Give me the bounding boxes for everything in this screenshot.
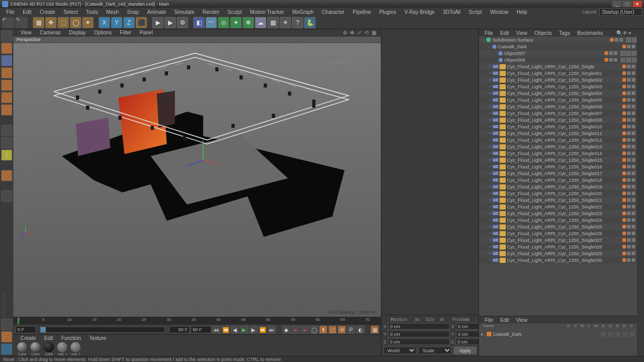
key-mode-button[interactable]: ◆ (282, 326, 290, 334)
z-axis-lock[interactable]: Z (123, 17, 135, 28)
visibility-dot[interactable] (627, 258, 631, 262)
menu-create[interactable]: Create (35, 8, 59, 16)
coord-apply-button[interactable]: Apply (454, 347, 477, 354)
tree-expand-icon[interactable]: + (487, 251, 492, 256)
visibility-dot[interactable] (627, 151, 631, 155)
next-key-button[interactable]: ⏩ (259, 326, 267, 334)
make-editable-button[interactable] (1, 30, 12, 42)
material-item[interactable]: Catw (16, 342, 28, 356)
tree-expand-icon[interactable]: + (487, 178, 492, 182)
timeline-ruler[interactable]: 051015202530354045505560657075808590 (13, 317, 381, 325)
attr-layer-row[interactable]: ▸ Catwalk_Dark (481, 331, 635, 337)
tree-row[interactable]: -Subdivision Surface (479, 36, 637, 43)
render-dot[interactable] (632, 71, 635, 75)
tree-row[interactable]: +L0Cyc_Flood_Light_ARRI_Cyc_1250_Single0… (479, 177, 637, 183)
y-axis-lock[interactable]: Y (111, 17, 122, 28)
tree-row[interactable]: +L0Cyc_Flood_Light_ARRI_Cyc_1250_Single0… (479, 243, 637, 250)
tree-row[interactable]: +L0Cyc_Flood_Light_ARRI_Cyc_1250_Single0… (479, 110, 637, 117)
obj-menu-view[interactable]: View (512, 30, 531, 36)
prev-key-button[interactable]: ⏪ (222, 326, 230, 334)
structure-button[interactable] (1, 331, 12, 342)
vp-menu-display[interactable]: Display (65, 29, 90, 36)
rotate-tool[interactable]: ◯ (70, 17, 81, 28)
tag-icon[interactable] (632, 51, 637, 56)
window-minimize-button[interactable]: _ (612, 1, 621, 7)
point-mode-button[interactable] (1, 80, 12, 91)
render-dot[interactable] (614, 51, 617, 55)
render-dot[interactable] (632, 252, 635, 255)
redo-button[interactable]: ↷ (15, 17, 28, 28)
render-dot[interactable] (632, 205, 635, 208)
visibility-dot[interactable] (627, 192, 631, 195)
attr-flag[interactable] (615, 332, 620, 337)
tag-icon[interactable] (620, 58, 625, 63)
end-vis-frame-field[interactable] (169, 326, 190, 333)
viewport-solo-button[interactable] (1, 137, 12, 148)
snap-button[interactable]: S (1, 149, 12, 161)
layer-dot[interactable] (622, 205, 626, 208)
scale-key-button[interactable]: ⬚ (328, 326, 337, 334)
light-button[interactable]: ☀ (280, 17, 291, 28)
obj-filter-icon[interactable]: ▾ (629, 30, 635, 36)
script-button[interactable]: 🐍 (304, 17, 316, 28)
menu-window[interactable]: Window (486, 8, 513, 16)
layer-dot[interactable] (622, 172, 626, 175)
spline-button[interactable]: 〰 (206, 17, 217, 28)
visibility-dot[interactable] (627, 118, 631, 122)
render-pv-button[interactable]: ▶ (164, 17, 176, 28)
tree-expand-icon[interactable]: + (487, 84, 492, 89)
render-dot[interactable] (632, 232, 635, 235)
obj-menu-tags[interactable]: Tags (556, 30, 574, 36)
tree-row[interactable]: +L0Cyc_Flood_Light_ARRI_Cyc_1250_Single0… (479, 230, 637, 237)
visibility-dot[interactable] (627, 245, 631, 249)
vp-toggle-icon[interactable]: ▦ (372, 30, 378, 36)
layout-selector[interactable]: Startup (User) (599, 8, 642, 16)
visibility-dot[interactable] (609, 51, 613, 55)
obj-menu-edit[interactable]: Edit (496, 30, 512, 36)
autokey-button[interactable]: ● (301, 326, 309, 334)
visibility-dot[interactable] (627, 45, 631, 48)
visibility-dot[interactable] (627, 205, 631, 208)
pos-key-button[interactable]: ⬆ (319, 326, 327, 334)
render-dot[interactable] (632, 218, 635, 222)
tree-expand-icon[interactable]: + (487, 144, 492, 149)
tag-icon[interactable] (632, 37, 637, 43)
layer-color-swatch[interactable] (487, 332, 491, 336)
render-dot[interactable] (614, 58, 617, 62)
visibility-dot[interactable] (627, 198, 631, 202)
coord-mode1-select[interactable]: World (383, 347, 416, 354)
visibility-dot[interactable] (627, 225, 631, 228)
axis-button[interactable] (1, 125, 12, 136)
tree-expand-icon[interactable]: + (487, 138, 492, 142)
layer-dot[interactable] (622, 78, 626, 82)
lasttool-button[interactable]: ✦ (82, 17, 94, 28)
visibility-dot[interactable] (627, 212, 631, 215)
workplane-button[interactable] (1, 67, 12, 79)
tree-expand-icon[interactable]: + (487, 231, 492, 236)
pla-key-button[interactable]: ◐ (356, 326, 364, 334)
render-dot[interactable] (632, 225, 635, 228)
visibility-dot[interactable] (627, 138, 631, 142)
coord-pos-X[interactable] (388, 323, 450, 330)
layer-dot[interactable] (622, 151, 626, 155)
layer-dot[interactable] (622, 178, 626, 182)
menu-simulate[interactable]: Simulate (170, 8, 198, 16)
vp-zoom-icon[interactable]: ⤢ (357, 30, 363, 36)
visibility-dot[interactable] (627, 125, 631, 128)
menu-plugins[interactable]: Plugins (375, 8, 400, 16)
visibility-dot[interactable] (627, 111, 631, 115)
tree-expand-icon[interactable]: + (487, 91, 492, 96)
tree-row[interactable]: -Catwalk_Dark (479, 43, 637, 50)
vp-nav-icon[interactable]: ⊕ (343, 30, 349, 36)
layer-dot[interactable] (622, 245, 626, 249)
layer-dot[interactable] (622, 65, 626, 68)
tree-expand-icon[interactable]: + (487, 198, 492, 202)
render-dot[interactable] (632, 98, 635, 102)
tag-icon[interactable] (626, 58, 631, 63)
layer-dot[interactable] (610, 38, 614, 42)
render-dot[interactable] (632, 65, 635, 68)
render-dot[interactable] (632, 138, 635, 142)
menu-animate[interactable]: Animate (143, 8, 170, 16)
layer-dot[interactable] (622, 158, 626, 162)
vp-menu-panel[interactable]: Panel (136, 29, 157, 36)
